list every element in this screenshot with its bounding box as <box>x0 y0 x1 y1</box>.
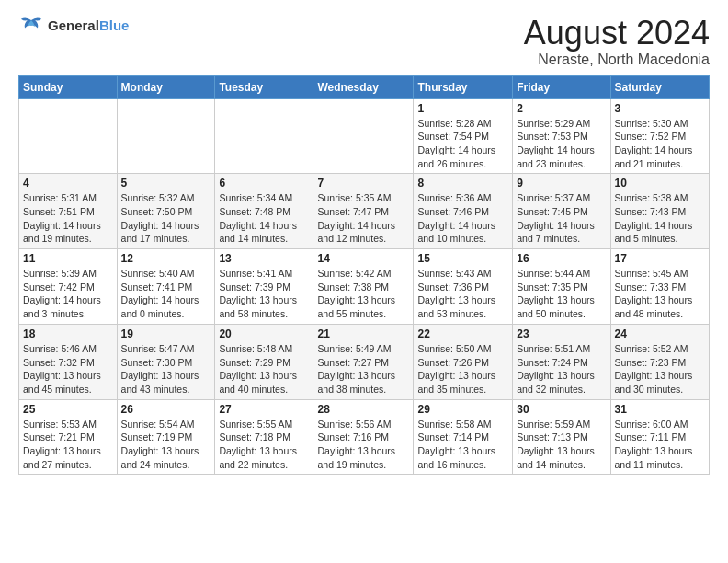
calendar-week-row: 11Sunrise: 5:39 AMSunset: 7:42 PMDayligh… <box>19 249 710 325</box>
day-info: Sunrise: 5:54 AMSunset: 7:19 PMDaylight:… <box>121 418 211 472</box>
title-section: August 2024 Neraste, North Macedonia <box>524 15 710 68</box>
day-info: Sunrise: 5:34 AMSunset: 7:48 PMDaylight:… <box>219 191 309 246</box>
day-number: 25 <box>23 403 113 416</box>
day-info: Sunrise: 5:43 AMSunset: 7:36 PMDaylight:… <box>417 267 508 321</box>
calendar-cell: 10Sunrise: 5:38 AMSunset: 7:43 PMDayligh… <box>610 174 709 249</box>
day-number: 12 <box>121 252 211 265</box>
day-number: 24 <box>615 327 705 340</box>
calendar-cell: 28Sunrise: 5:56 AMSunset: 7:16 PMDayligh… <box>313 399 414 475</box>
day-info: Sunrise: 5:30 AMSunset: 7:52 PMDaylight:… <box>615 117 705 171</box>
col-header-saturday: Saturday <box>610 75 709 98</box>
calendar-cell: 6Sunrise: 5:34 AMSunset: 7:48 PMDaylight… <box>215 174 313 249</box>
day-number: 11 <box>23 252 113 265</box>
calendar-cell: 1Sunrise: 5:28 AMSunset: 7:54 PMDaylight… <box>414 98 513 174</box>
day-number: 9 <box>517 177 606 190</box>
day-number: 16 <box>517 252 606 265</box>
day-number: 18 <box>23 327 113 340</box>
calendar-cell: 30Sunrise: 5:59 AMSunset: 7:13 PMDayligh… <box>513 399 610 475</box>
day-info: Sunrise: 5:28 AMSunset: 7:54 PMDaylight:… <box>417 117 508 171</box>
calendar-cell: 20Sunrise: 5:48 AMSunset: 7:29 PMDayligh… <box>215 324 313 399</box>
day-info: Sunrise: 5:45 AMSunset: 7:33 PMDaylight:… <box>615 267 705 321</box>
day-number: 15 <box>417 252 508 265</box>
day-info: Sunrise: 5:41 AMSunset: 7:39 PMDaylight:… <box>219 267 309 321</box>
calendar-cell: 18Sunrise: 5:46 AMSunset: 7:32 PMDayligh… <box>19 324 118 399</box>
calendar-cell: 4Sunrise: 5:31 AMSunset: 7:51 PMDaylight… <box>19 174 118 249</box>
calendar-cell: 19Sunrise: 5:47 AMSunset: 7:30 PMDayligh… <box>117 324 215 399</box>
calendar-week-row: 25Sunrise: 5:53 AMSunset: 7:21 PMDayligh… <box>19 399 710 475</box>
logo-bird-icon <box>18 15 44 35</box>
col-header-monday: Monday <box>117 75 215 98</box>
calendar-cell <box>19 98 118 174</box>
day-info: Sunrise: 5:51 AMSunset: 7:24 PMDaylight:… <box>517 342 606 396</box>
day-number: 19 <box>121 327 211 340</box>
calendar-week-row: 4Sunrise: 5:31 AMSunset: 7:51 PMDaylight… <box>19 174 710 249</box>
page: GeneralBlue August 2024 Neraste, North M… <box>0 0 728 484</box>
day-number: 6 <box>219 177 309 190</box>
day-info: Sunrise: 5:58 AMSunset: 7:14 PMDaylight:… <box>417 418 508 472</box>
calendar-cell: 8Sunrise: 5:36 AMSunset: 7:46 PMDaylight… <box>414 174 513 249</box>
day-number: 3 <box>615 102 705 115</box>
calendar-cell: 13Sunrise: 5:41 AMSunset: 7:39 PMDayligh… <box>215 249 313 325</box>
day-number: 8 <box>417 177 508 190</box>
day-number: 4 <box>23 177 113 190</box>
day-info: Sunrise: 5:49 AMSunset: 7:27 PMDaylight:… <box>317 342 409 396</box>
day-number: 1 <box>417 102 508 115</box>
calendar-cell: 24Sunrise: 5:52 AMSunset: 7:23 PMDayligh… <box>610 324 709 399</box>
calendar-cell: 11Sunrise: 5:39 AMSunset: 7:42 PMDayligh… <box>19 249 118 325</box>
day-info: Sunrise: 5:44 AMSunset: 7:35 PMDaylight:… <box>517 267 606 321</box>
day-info: Sunrise: 5:32 AMSunset: 7:50 PMDaylight:… <box>121 191 211 246</box>
calendar-header-row: SundayMondayTuesdayWednesdayThursdayFrid… <box>19 75 710 98</box>
day-number: 20 <box>219 327 309 340</box>
calendar-cell: 23Sunrise: 5:51 AMSunset: 7:24 PMDayligh… <box>513 324 610 399</box>
logo-text: GeneralBlue <box>48 17 129 33</box>
col-header-sunday: Sunday <box>19 75 118 98</box>
day-number: 23 <box>517 327 606 340</box>
calendar-cell: 7Sunrise: 5:35 AMSunset: 7:47 PMDaylight… <box>313 174 414 249</box>
day-info: Sunrise: 5:50 AMSunset: 7:26 PMDaylight:… <box>417 342 508 396</box>
day-info: Sunrise: 5:55 AMSunset: 7:18 PMDaylight:… <box>219 418 309 472</box>
day-info: Sunrise: 5:40 AMSunset: 7:41 PMDaylight:… <box>121 267 211 321</box>
calendar-week-row: 18Sunrise: 5:46 AMSunset: 7:32 PMDayligh… <box>19 324 710 399</box>
day-info: Sunrise: 5:38 AMSunset: 7:43 PMDaylight:… <box>615 191 705 246</box>
calendar-week-row: 1Sunrise: 5:28 AMSunset: 7:54 PMDaylight… <box>19 98 710 174</box>
calendar-cell <box>117 98 215 174</box>
calendar-cell: 16Sunrise: 5:44 AMSunset: 7:35 PMDayligh… <box>513 249 610 325</box>
calendar-subtitle: Neraste, North Macedonia <box>524 52 710 68</box>
calendar-cell: 15Sunrise: 5:43 AMSunset: 7:36 PMDayligh… <box>414 249 513 325</box>
calendar-cell: 25Sunrise: 5:53 AMSunset: 7:21 PMDayligh… <box>19 399 118 475</box>
day-info: Sunrise: 5:56 AMSunset: 7:16 PMDaylight:… <box>317 418 409 472</box>
day-info: Sunrise: 5:48 AMSunset: 7:29 PMDaylight:… <box>219 342 309 396</box>
calendar-cell: 14Sunrise: 5:42 AMSunset: 7:38 PMDayligh… <box>313 249 414 325</box>
calendar-cell: 17Sunrise: 5:45 AMSunset: 7:33 PMDayligh… <box>610 249 709 325</box>
calendar-cell: 12Sunrise: 5:40 AMSunset: 7:41 PMDayligh… <box>117 249 215 325</box>
day-info: Sunrise: 5:36 AMSunset: 7:46 PMDaylight:… <box>417 191 508 246</box>
day-number: 13 <box>219 252 309 265</box>
calendar-cell: 31Sunrise: 6:00 AMSunset: 7:11 PMDayligh… <box>610 399 709 475</box>
day-info: Sunrise: 5:59 AMSunset: 7:13 PMDaylight:… <box>517 418 606 472</box>
calendar-cell: 22Sunrise: 5:50 AMSunset: 7:26 PMDayligh… <box>414 324 513 399</box>
col-header-friday: Friday <box>513 75 610 98</box>
calendar-cell <box>215 98 313 174</box>
calendar-cell: 9Sunrise: 5:37 AMSunset: 7:45 PMDaylight… <box>513 174 610 249</box>
day-number: 7 <box>317 177 409 190</box>
logo: GeneralBlue <box>18 15 129 35</box>
day-number: 10 <box>615 177 705 190</box>
calendar-table: SundayMondayTuesdayWednesdayThursdayFrid… <box>18 75 710 476</box>
day-info: Sunrise: 5:39 AMSunset: 7:42 PMDaylight:… <box>23 267 113 321</box>
day-info: Sunrise: 5:35 AMSunset: 7:47 PMDaylight:… <box>317 191 409 246</box>
calendar-cell: 5Sunrise: 5:32 AMSunset: 7:50 PMDaylight… <box>117 174 215 249</box>
col-header-wednesday: Wednesday <box>313 75 414 98</box>
day-info: Sunrise: 5:53 AMSunset: 7:21 PMDaylight:… <box>23 418 113 472</box>
day-number: 31 <box>615 403 705 416</box>
day-number: 22 <box>417 327 508 340</box>
col-header-tuesday: Tuesday <box>215 75 313 98</box>
col-header-thursday: Thursday <box>414 75 513 98</box>
day-number: 17 <box>615 252 705 265</box>
day-info: Sunrise: 6:00 AMSunset: 7:11 PMDaylight:… <box>615 418 705 472</box>
calendar-cell: 27Sunrise: 5:55 AMSunset: 7:18 PMDayligh… <box>215 399 313 475</box>
day-number: 21 <box>317 327 409 340</box>
day-number: 26 <box>121 403 211 416</box>
day-info: Sunrise: 5:29 AMSunset: 7:53 PMDaylight:… <box>517 117 606 171</box>
day-info: Sunrise: 5:31 AMSunset: 7:51 PMDaylight:… <box>23 191 113 246</box>
calendar-cell: 29Sunrise: 5:58 AMSunset: 7:14 PMDayligh… <box>414 399 513 475</box>
